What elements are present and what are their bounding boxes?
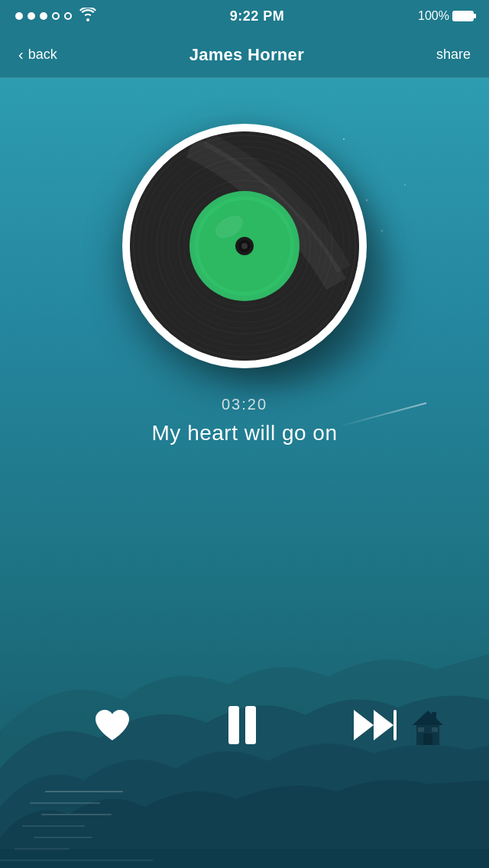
bottom-lines-decoration — [0, 776, 489, 868]
status-bar: 9:22 PM 100% — [0, 0, 489, 32]
nav-title: James Horner — [189, 45, 304, 65]
like-button[interactable] — [92, 707, 132, 743]
main-content: 03:20 My heart will go on — [0, 78, 489, 868]
svg-marker-35 — [374, 710, 393, 740]
signal-dot-4 — [52, 12, 60, 20]
pause-button[interactable] — [225, 704, 259, 746]
signal-area — [15, 8, 96, 25]
svg-rect-33 — [245, 706, 256, 744]
status-time: 9:22 PM — [230, 8, 285, 24]
controls — [0, 704, 489, 746]
signal-dot-2 — [28, 12, 35, 20]
nav-bar: ‹ back James Horner share — [0, 32, 489, 78]
signal-dot-5 — [64, 12, 72, 20]
svg-point-6 — [381, 230, 384, 232]
fast-forward-button[interactable] — [352, 707, 397, 743]
battery-icon — [452, 11, 474, 21]
wifi-icon — [79, 8, 96, 25]
battery-percent: 100% — [418, 9, 449, 23]
chevron-left-icon: ‹ — [18, 46, 24, 63]
svg-rect-36 — [393, 710, 397, 740]
vinyl-container — [122, 124, 367, 368]
battery-fill — [454, 12, 472, 20]
back-button[interactable]: ‹ back — [18, 46, 57, 63]
signal-dot-3 — [40, 12, 47, 20]
svg-point-4 — [404, 184, 406, 186]
track-time: 03:20 — [222, 396, 267, 413]
battery-area: 100% — [418, 9, 474, 23]
svg-point-24 — [241, 243, 248, 249]
svg-marker-34 — [354, 710, 374, 740]
share-button[interactable]: share — [436, 47, 471, 63]
svg-rect-32 — [228, 706, 239, 744]
back-label: back — [28, 47, 57, 63]
signal-dot-1 — [15, 12, 23, 20]
shooting-star-decoration — [338, 403, 426, 428]
track-title: My heart will go on — [152, 421, 338, 445]
vinyl-record — [122, 124, 367, 368]
